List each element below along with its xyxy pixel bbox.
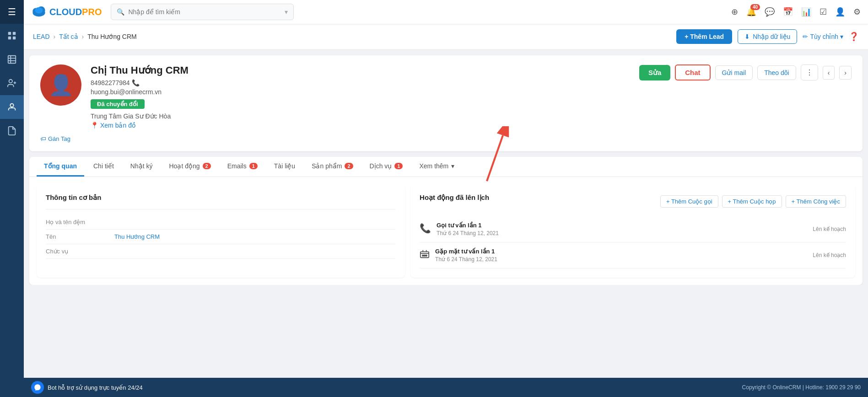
customize-icon: ✏ [803, 33, 808, 40]
activity-status-1: Lên kế hoạch [813, 252, 846, 258]
activities-actions: + Thêm Cuộc gọi + Thêm Cuộc họp + Thêm C… [660, 195, 846, 208]
breadcrumb-sep2: › [82, 33, 84, 40]
svg-point-19 [426, 255, 427, 256]
search-input[interactable] [128, 8, 285, 16]
profile-company: Trung Tâm Gia Sư Đức Hòa [91, 113, 630, 120]
activities-header: Hoạt động đã lên lịch + Thêm Cuộc gọi + … [420, 193, 846, 209]
tab-dich-vu[interactable]: Dịch vụ 1 [362, 157, 410, 177]
gan-tag-link[interactable]: 🏷 Gán Tag [40, 135, 852, 142]
profile-actions: Sửa Chat Gửi mail Theo dõi ⋮ ‹ › [639, 64, 852, 80]
logo: CLOUDPRO [31, 4, 102, 20]
tab-tai-lieu[interactable]: Tài liệu [267, 157, 302, 177]
add-lead-button[interactable]: + Thêm Lead [676, 29, 732, 44]
more-options-button[interactable]: ⋮ [801, 64, 818, 80]
svg-rect-2 [8, 37, 11, 39]
activity-title-1: Gặp mặt tư vấn lần 1 [435, 248, 807, 255]
tab-hoat-dong[interactable]: Hoạt động 2 [162, 157, 218, 177]
meeting-icon [420, 249, 430, 261]
svg-rect-3 [13, 37, 16, 39]
customize-button[interactable]: ✏ Tùy chỉnh ▾ [803, 33, 843, 40]
svg-rect-4 [8, 56, 16, 64]
add-meeting-button[interactable]: + Thêm Cuộc họp [722, 195, 782, 208]
calendar-icon[interactable]: 📅 [783, 7, 793, 17]
sidebar: ☰ [0, 0, 24, 285]
activity-date-0: Thứ 6 24 Tháng 12, 2021 [437, 230, 807, 236]
svg-rect-1 [13, 32, 16, 35]
sua-button[interactable]: Sửa [639, 65, 670, 80]
checkbox-icon[interactable]: ☑ [819, 7, 827, 17]
phone-icon: 📞 [132, 79, 140, 86]
add-icon[interactable]: ⊕ [731, 7, 738, 17]
download-icon: ⬇ [744, 33, 750, 40]
activities-panel: Hoạt động đã lên lịch + Thêm Cuộc gọi + … [410, 184, 855, 278]
notification-badge: 40 [750, 4, 760, 10]
profile-info: Chị Thu Hướng CRM 84982277984 📞 huong.bu… [91, 64, 630, 129]
basic-info-panel: Thông tin cơ bản Họ và tên đệm Tên Thu H… [37, 184, 405, 278]
breadcrumb-bar: LEAD › Tất cả › Thu Hướng CRM + Thêm Lea… [24, 24, 868, 50]
hoat-dong-badge: 2 [203, 163, 211, 169]
activity-text-0: Gọi tư vấn lần 1 Thứ 6 24 Tháng 12, 2021 [437, 222, 807, 236]
menu-button[interactable]: ☰ [0, 0, 24, 24]
settings-icon[interactable]: ⚙ [853, 7, 861, 17]
converted-badge: Đã chuyển đổi [91, 99, 145, 109]
sidebar-item-docs[interactable] [0, 119, 24, 143]
tab-tong-quan[interactable]: Tổng quan [37, 157, 84, 177]
add-task-button[interactable]: + Thêm Công việc [786, 195, 846, 208]
ho-ten-dem-label: Họ và tên đệm [46, 219, 114, 225]
activity-text-1: Gặp mặt tư vấn lần 1 Thứ 6 24 Tháng 12, … [435, 248, 807, 263]
form-row-ten: Tên Thu Hướng CRM [46, 230, 396, 244]
prev-button[interactable]: ‹ [823, 66, 835, 80]
svg-point-18 [424, 255, 426, 256]
tab-nhat-ky[interactable]: Nhật ký [123, 157, 160, 177]
add-call-button[interactable]: + Thêm Cuộc gọi [660, 195, 718, 208]
svg-point-13 [35, 7, 43, 14]
tab-san-pham[interactable]: Sản phẩm 2 [304, 157, 360, 177]
activity-date-1: Thứ 6 24 Tháng 12, 2021 [435, 256, 807, 263]
help-icon[interactable]: ❓ [849, 32, 859, 42]
chart-icon[interactable]: 📊 [801, 7, 811, 17]
sidebar-item-table[interactable] [0, 48, 24, 71]
user-icon[interactable]: 👤 [835, 7, 845, 17]
breadcrumb-lead[interactable]: LEAD [33, 33, 50, 40]
ten-label: Tên [46, 233, 114, 240]
logo-cloud: CLOUD [49, 7, 82, 17]
dich-vu-badge: 1 [394, 163, 403, 169]
chevron-down-icon: ▾ [285, 8, 288, 16]
notification-icon[interactable]: 🔔40 [746, 7, 756, 17]
profile-email: huong.bui@onlinecrm.vn [91, 88, 630, 96]
chat-button[interactable]: Chat [675, 64, 710, 80]
tab-emails[interactable]: Emails 1 [220, 157, 265, 177]
theo-doi-button[interactable]: Theo dõi [757, 65, 796, 80]
san-pham-badge: 2 [345, 163, 353, 169]
svg-point-17 [422, 255, 424, 256]
top-navbar: CLOUDPRO 🔍 ▾ ⊕ 🔔40 💬 📅 📊 ☑ 👤 ⚙ [24, 0, 868, 24]
sidebar-item-home[interactable] [0, 24, 24, 48]
tab-chi-tiet[interactable]: Chi tiết [86, 157, 121, 177]
svg-point-8 [9, 80, 12, 83]
tab-xem-them[interactable]: Xem thêm ▾ [412, 157, 462, 177]
import-data-button[interactable]: ⬇ Nhập dữ liệu [738, 29, 797, 44]
sidebar-item-users[interactable] [0, 71, 24, 95]
search-bar[interactable]: 🔍 ▾ [111, 4, 294, 20]
call-icon: 📞 [420, 223, 431, 234]
activity-item-0: 📞 Gọi tư vấn lần 1 Thứ 6 24 Tháng 12, 20… [420, 216, 846, 242]
main-content: LEAD › Tất cả › Thu Hướng CRM + Thêm Lea… [24, 24, 868, 285]
chevron-down-icon: ▾ [840, 33, 843, 40]
navbar-actions: ⊕ 🔔40 💬 📅 📊 ☑ 👤 ⚙ [731, 7, 861, 17]
chuc-vu-label: Chức vụ [46, 248, 114, 255]
profile-header: 👤 Chị Thu Hướng CRM 84982277984 📞 huong.… [40, 64, 852, 129]
gui-mail-button[interactable]: Gửi mail [715, 65, 753, 80]
chat-icon[interactable]: 💬 [765, 7, 775, 17]
chevron-down-icon: ▾ [451, 162, 454, 170]
breadcrumb-actions: + Thêm Lead ⬇ Nhập dữ liệu ✏ Tùy chỉnh ▾… [676, 29, 859, 44]
sidebar-item-person[interactable] [0, 95, 24, 119]
logo-pro: PRO [82, 7, 102, 17]
next-button[interactable]: › [839, 66, 852, 80]
activity-item-1: Gặp mặt tư vấn lần 1 Thứ 6 24 Tháng 12, … [420, 242, 846, 268]
breadcrumb-all[interactable]: Tất cả [59, 33, 78, 40]
activity-title-0: Gọi tư vấn lần 1 [437, 222, 807, 229]
breadcrumb-current: Thu Hướng CRM [87, 33, 136, 40]
activities-title: Hoạt động đã lên lịch [420, 193, 489, 202]
profile-location[interactable]: 📍 Xem bản đồ [91, 122, 630, 129]
content-area: Thông tin cơ bản Họ và tên đệm Tên Thu H… [29, 177, 863, 285]
